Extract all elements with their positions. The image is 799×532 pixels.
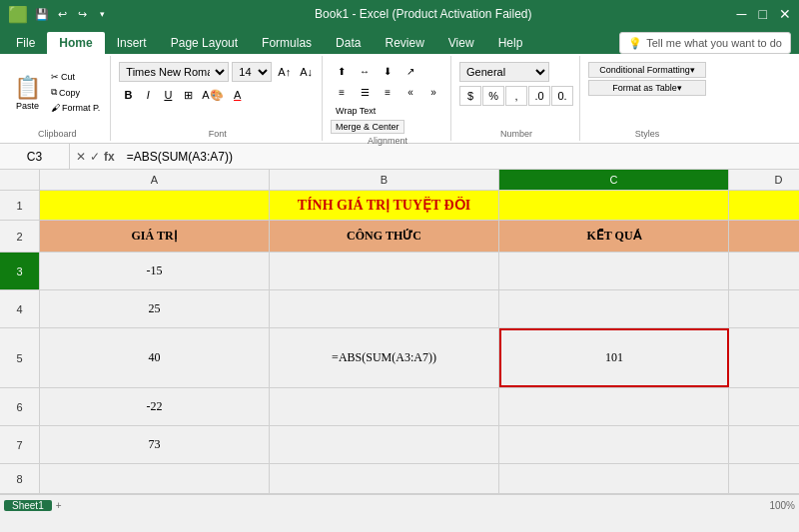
- cell-d4[interactable]: [729, 290, 799, 327]
- cell-d2[interactable]: [729, 221, 799, 252]
- increase-decimal-button[interactable]: .0: [528, 86, 550, 106]
- tab-help[interactable]: Help: [486, 32, 535, 54]
- tab-data[interactable]: Data: [324, 32, 373, 54]
- cell-a4[interactable]: 25: [40, 290, 270, 327]
- bold-button[interactable]: B: [119, 85, 137, 105]
- orientation-button[interactable]: ↗: [400, 62, 421, 81]
- cell-d5[interactable]: [729, 328, 799, 387]
- cell-c3[interactable]: [499, 253, 729, 289]
- minimize-button[interactable]: ─: [737, 6, 747, 22]
- align-top-button[interactable]: ⬆: [331, 62, 353, 81]
- fill-color-button[interactable]: A🎨: [199, 85, 226, 105]
- font-size-select[interactable]: 14: [232, 62, 272, 82]
- cell-b8[interactable]: [270, 464, 499, 493]
- cell-b5[interactable]: =ABS(SUM(A3:A7)): [270, 328, 499, 387]
- align-middle-button[interactable]: ↔: [354, 62, 376, 81]
- cell-b1[interactable]: TÍNH GIÁ TRỊ TUYỆT ĐỐI: [270, 191, 499, 220]
- row-header-8[interactable]: 8: [0, 464, 40, 493]
- cell-c1[interactable]: [499, 191, 729, 220]
- currency-button[interactable]: $: [459, 86, 481, 106]
- underline-button[interactable]: U: [159, 85, 177, 105]
- format-painter-button[interactable]: 🖌Format P.: [47, 101, 104, 115]
- cell-a3[interactable]: -15: [40, 253, 270, 289]
- tab-review[interactable]: Review: [373, 32, 435, 54]
- cell-d3[interactable]: [729, 253, 799, 289]
- cell-c6[interactable]: [499, 388, 729, 425]
- cell-c7[interactable]: [499, 426, 729, 463]
- copy-button[interactable]: ⧉Copy: [47, 85, 104, 100]
- row-header-4[interactable]: 4: [0, 290, 40, 327]
- tab-home[interactable]: Home: [47, 32, 104, 54]
- conditional-formatting-button[interactable]: Conditional Formatting▾: [588, 62, 706, 78]
- cell-a8[interactable]: [40, 464, 270, 493]
- tab-formulas[interactable]: Formulas: [250, 32, 324, 54]
- row-header-1[interactable]: 1: [0, 191, 40, 220]
- tab-page-layout[interactable]: Page Layout: [159, 32, 250, 54]
- cell-c5[interactable]: 101: [499, 328, 729, 387]
- cell-a1[interactable]: [40, 191, 270, 220]
- cell-a7[interactable]: 73: [40, 426, 270, 463]
- row-header-6[interactable]: 6: [0, 388, 40, 425]
- row-header-3[interactable]: 3: [0, 253, 40, 289]
- wrap-text-button[interactable]: Wrap Text: [331, 104, 381, 118]
- cell-d6[interactable]: [729, 388, 799, 425]
- align-left-button[interactable]: ≡: [331, 83, 353, 102]
- comma-button[interactable]: ,: [505, 86, 527, 106]
- decrease-font-button[interactable]: A↓: [297, 62, 316, 82]
- tab-file[interactable]: File: [4, 32, 47, 54]
- formula-input[interactable]: =ABS(SUM(A3:A7)): [121, 150, 799, 164]
- cell-d1[interactable]: [729, 191, 799, 220]
- cell-a2[interactable]: GIÁ TRỊ: [40, 221, 270, 252]
- col-header-d[interactable]: D: [729, 170, 799, 190]
- cell-d8[interactable]: [729, 464, 799, 493]
- tell-me-input[interactable]: 💡 Tell me what you want to do: [619, 32, 791, 54]
- customize-icon[interactable]: ▾: [94, 6, 110, 22]
- align-center-button[interactable]: ☰: [354, 83, 376, 102]
- cell-reference-box[interactable]: C3: [0, 144, 70, 170]
- close-button[interactable]: ✕: [779, 6, 791, 22]
- redo-icon[interactable]: ↪: [74, 6, 90, 22]
- save-icon[interactable]: 💾: [34, 6, 50, 22]
- row-header-5[interactable]: 5: [0, 328, 40, 387]
- percent-button[interactable]: %: [482, 86, 504, 106]
- maximize-button[interactable]: □: [759, 6, 767, 22]
- cell-b3[interactable]: [270, 253, 499, 289]
- cell-b4[interactable]: [270, 290, 499, 327]
- align-right-button[interactable]: ≡: [377, 83, 399, 102]
- cancel-formula-icon[interactable]: ✕: [76, 150, 86, 164]
- cell-c2[interactable]: KẾT QUẢ: [499, 221, 729, 252]
- merge-center-button[interactable]: Merge & Center: [331, 120, 404, 134]
- tab-insert[interactable]: Insert: [105, 32, 159, 54]
- cell-c4[interactable]: [499, 290, 729, 327]
- col-header-c[interactable]: C: [499, 170, 729, 190]
- insert-function-icon[interactable]: fx: [104, 150, 115, 164]
- cut-button[interactable]: ✂Cut: [47, 70, 104, 84]
- decrease-decimal-button[interactable]: 0.: [551, 86, 573, 106]
- align-bottom-button[interactable]: ⬇: [377, 62, 399, 81]
- increase-font-button[interactable]: A↑: [275, 62, 294, 82]
- format-table-button[interactable]: Format as Table▾: [588, 80, 706, 96]
- borders-button[interactable]: ⊞: [179, 85, 197, 105]
- indent-decrease-button[interactable]: «: [400, 83, 421, 102]
- cell-b2[interactable]: CÔNG THỨC: [270, 221, 499, 252]
- font-family-select[interactable]: Times New Roman: [119, 62, 229, 82]
- sheet-tab[interactable]: Sheet1: [4, 500, 52, 511]
- cell-b7[interactable]: [270, 426, 499, 463]
- row-header-2[interactable]: 2: [0, 221, 40, 252]
- undo-icon[interactable]: ↩: [54, 6, 70, 22]
- italic-button[interactable]: I: [139, 85, 157, 105]
- paste-button[interactable]: 📋 Paste: [10, 71, 45, 115]
- cell-d7[interactable]: [729, 426, 799, 463]
- confirm-formula-icon[interactable]: ✓: [90, 150, 100, 164]
- number-format-select[interactable]: General: [459, 62, 549, 82]
- cell-a5[interactable]: 40: [40, 328, 270, 387]
- cell-c8[interactable]: [499, 464, 729, 493]
- cell-b6[interactable]: [270, 388, 499, 425]
- tab-view[interactable]: View: [436, 32, 486, 54]
- col-header-b[interactable]: B: [270, 170, 499, 190]
- font-color-button[interactable]: A: [229, 85, 247, 105]
- cell-a6[interactable]: -22: [40, 388, 270, 425]
- col-header-a[interactable]: A: [40, 170, 270, 190]
- row-header-7[interactable]: 7: [0, 426, 40, 463]
- indent-increase-button[interactable]: »: [422, 83, 444, 102]
